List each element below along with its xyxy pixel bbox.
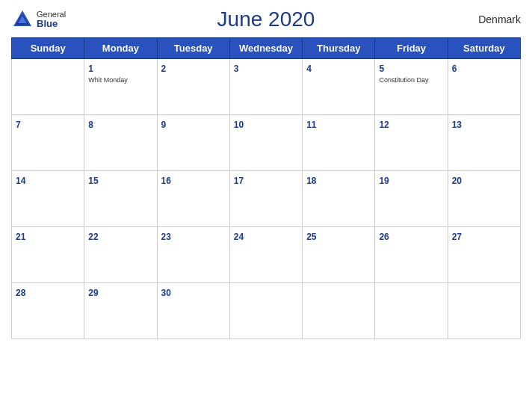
calendar-cell: 9 — [157, 115, 229, 171]
day-number: 21 — [16, 232, 25, 242]
day-number: 27 — [452, 232, 462, 242]
day-number: 9 — [161, 120, 167, 130]
week-row-2: 78910111213 — [12, 115, 521, 171]
day-number: 19 — [379, 176, 389, 186]
day-number: 3 — [234, 64, 239, 74]
day-number: 4 — [306, 64, 312, 74]
calendar-cell: 30 — [157, 283, 229, 339]
calendar-cell: 3 — [229, 59, 302, 115]
day-number: 24 — [234, 232, 244, 242]
col-monday: Monday — [84, 38, 157, 59]
calendar-cell: 28 — [12, 283, 84, 339]
logo-blue-text: Blue — [37, 19, 66, 28]
day-number: 6 — [452, 64, 457, 74]
calendar-cell: 16 — [157, 171, 229, 227]
calendar-title: June 2020 — [217, 7, 315, 31]
calendar-cell: 12 — [375, 115, 448, 171]
calendar-cell: 26 — [375, 227, 448, 283]
day-number: 15 — [88, 176, 98, 186]
calendar-cell: 15 — [84, 171, 157, 227]
day-number: 25 — [306, 232, 316, 242]
calendar-cell: 17 — [229, 171, 302, 227]
day-number: 22 — [88, 232, 98, 242]
calendar-cell: 19 — [375, 171, 448, 227]
week-row-5: 282930 — [12, 283, 521, 339]
day-number: 13 — [452, 120, 462, 130]
calendar-cell: 4 — [303, 59, 375, 115]
week-row-1: 1Whit Monday2345Constitution Day6 — [12, 59, 521, 115]
calendar-cell: 5Constitution Day — [375, 59, 448, 115]
calendar-cell: 21 — [12, 227, 84, 283]
day-number: 2 — [161, 64, 167, 74]
col-tuesday: Tuesday — [157, 38, 229, 59]
day-number: 20 — [452, 176, 462, 186]
calendar-cell: 18 — [303, 171, 375, 227]
calendar-cell: 20 — [448, 171, 520, 227]
logo: General Blue — [11, 8, 66, 31]
calendar-cell: 11 — [303, 115, 375, 171]
logo-text: General Blue — [37, 10, 66, 28]
day-number: 14 — [16, 176, 25, 186]
day-number: 7 — [16, 120, 21, 130]
calendar-cell: 6 — [448, 59, 520, 115]
calendar-cell: 2 — [157, 59, 229, 115]
week-row-4: 21222324252627 — [12, 227, 521, 283]
day-number: 30 — [161, 288, 171, 298]
day-number: 12 — [379, 120, 389, 130]
calendar-cell — [448, 283, 520, 339]
calendar-cell: 27 — [448, 227, 520, 283]
day-number: 18 — [306, 176, 316, 186]
week-row-3: 14151617181920 — [12, 171, 521, 227]
day-number: 17 — [234, 176, 244, 186]
col-sunday: Sunday — [12, 38, 84, 59]
header-row: Sunday Monday Tuesday Wednesday Thursday… — [12, 38, 521, 59]
calendar-page: General Blue June 2020 Denmark Sunday Mo… — [0, 0, 532, 411]
calendar-cell: 29 — [84, 283, 157, 339]
day-number: 10 — [234, 120, 244, 130]
calendar-cell: 10 — [229, 115, 302, 171]
holiday-name: Whit Monday — [88, 76, 152, 84]
day-number: 28 — [16, 288, 25, 298]
day-number: 29 — [88, 288, 98, 298]
day-number: 8 — [88, 120, 93, 130]
day-number: 23 — [161, 232, 171, 242]
calendar-cell: 7 — [12, 115, 84, 171]
calendar-cell: 23 — [157, 227, 229, 283]
calendar-cell: 8 — [84, 115, 157, 171]
calendar-cell: 25 — [303, 227, 375, 283]
day-number: 5 — [379, 64, 384, 74]
col-friday: Friday — [375, 38, 448, 59]
col-saturday: Saturday — [448, 38, 520, 59]
calendar-cell: 1Whit Monday — [84, 59, 157, 115]
calendar-header: General Blue June 2020 Denmark — [11, 7, 521, 31]
calendar-cell: 14 — [12, 171, 84, 227]
day-number: 11 — [306, 120, 316, 130]
col-wednesday: Wednesday — [229, 38, 302, 59]
day-number: 1 — [88, 64, 93, 74]
day-number: 16 — [161, 176, 171, 186]
calendar-cell — [229, 283, 302, 339]
calendar-cell: 24 — [229, 227, 302, 283]
day-number: 26 — [379, 232, 389, 242]
calendar-cell: 13 — [448, 115, 520, 171]
calendar-cell — [303, 283, 375, 339]
calendar-cell — [12, 59, 84, 115]
logo-icon — [11, 8, 34, 31]
col-thursday: Thursday — [303, 38, 375, 59]
calendar-table: Sunday Monday Tuesday Wednesday Thursday… — [11, 37, 521, 339]
country-label: Denmark — [478, 13, 521, 25]
calendar-cell — [375, 283, 448, 339]
holiday-name: Constitution Day — [379, 76, 443, 84]
calendar-cell: 22 — [84, 227, 157, 283]
